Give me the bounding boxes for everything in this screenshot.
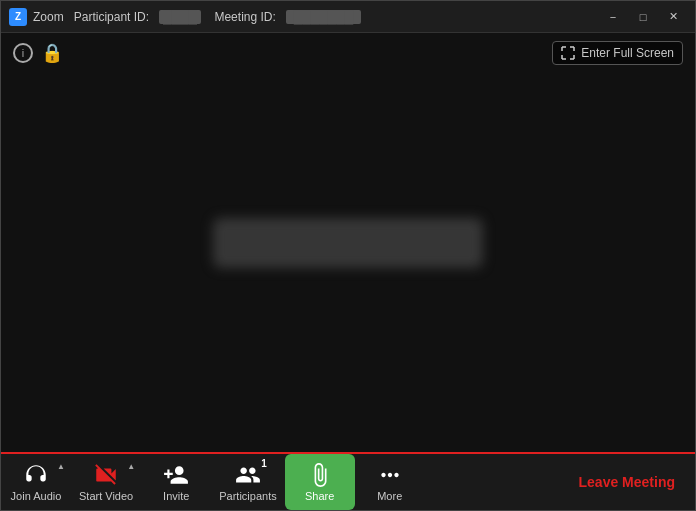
- participant-count-badge: 1: [261, 458, 267, 469]
- participant-label: Participant ID:: [74, 10, 149, 24]
- window-controls: − □ ✕: [599, 6, 687, 28]
- maximize-button[interactable]: □: [629, 6, 657, 28]
- close-button[interactable]: ✕: [659, 6, 687, 28]
- share-label: Share: [305, 490, 334, 502]
- zoom-window: Z Zoom Participant ID: ████ Meeting ID: …: [0, 0, 696, 511]
- app-name: Zoom: [33, 10, 64, 24]
- title-bar: Z Zoom Participant ID: ████ Meeting ID: …: [1, 1, 695, 33]
- fullscreen-icon: [561, 46, 575, 60]
- meeting-label: Meeting ID:: [214, 10, 275, 24]
- join-audio-button[interactable]: ▲ Join Audio: [1, 454, 71, 510]
- info-icon[interactable]: i: [13, 43, 33, 63]
- join-audio-chevron[interactable]: ▲: [57, 462, 65, 471]
- meeting-id: ███████: [286, 10, 362, 24]
- more-button[interactable]: More: [355, 454, 425, 510]
- participants-button[interactable]: 1 Participants: [211, 454, 284, 510]
- join-audio-label: Join Audio: [11, 490, 62, 502]
- share-button[interactable]: Share: [285, 454, 355, 510]
- start-video-label: Start Video: [79, 490, 133, 502]
- participant-id: ████: [159, 10, 201, 24]
- video-area: i 🔒 Enter Full Screen: [1, 33, 695, 452]
- invite-label: Invite: [163, 490, 189, 502]
- top-bar-left: i 🔒: [13, 42, 63, 64]
- toolbar: ▲ Join Audio ▲ Start Video Invite 1: [1, 452, 695, 510]
- invite-button[interactable]: Invite: [141, 454, 211, 510]
- share-icon: [307, 462, 333, 488]
- title-text: Zoom Participant ID: ████ Meeting ID: ██…: [33, 10, 361, 24]
- video-off-icon: [93, 462, 119, 488]
- start-video-chevron[interactable]: ▲: [127, 462, 135, 471]
- participants-label: Participants: [219, 490, 276, 502]
- start-video-button[interactable]: ▲ Start Video: [71, 454, 141, 510]
- zoom-logo: Z: [9, 8, 27, 26]
- toolbar-spacer: [425, 454, 559, 510]
- leave-meeting-button[interactable]: Leave Meeting: [559, 454, 695, 510]
- lock-icon: 🔒: [41, 42, 63, 64]
- fullscreen-button[interactable]: Enter Full Screen: [552, 41, 683, 65]
- fullscreen-label: Enter Full Screen: [581, 46, 674, 60]
- invite-icon: [163, 462, 189, 488]
- leave-meeting-label: Leave Meeting: [579, 474, 675, 490]
- title-bar-left: Z Zoom Participant ID: ████ Meeting ID: …: [9, 8, 361, 26]
- minimize-button[interactable]: −: [599, 6, 627, 28]
- participants-icon: [235, 462, 261, 488]
- headphone-icon: [23, 462, 49, 488]
- participant-name-blurred: [213, 218, 483, 268]
- more-label: More: [377, 490, 402, 502]
- more-icon: [377, 462, 403, 488]
- top-overlay-bar: i 🔒 Enter Full Screen: [1, 33, 695, 73]
